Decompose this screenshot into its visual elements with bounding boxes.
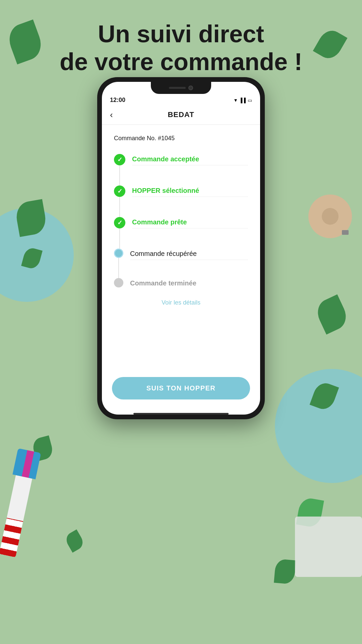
track-hopper-button[interactable]: SUIS TON HOPPER — [112, 377, 250, 399]
step-row: Commande récupérée — [114, 249, 248, 278]
app-title: BEDAT — [168, 110, 194, 119]
step-spacer — [130, 260, 248, 275]
phone-screen: 12:00 ▾ ▐▐ ▭ ‹ BEDAT Commande No. #1045 — [102, 82, 260, 415]
status-time: 12:00 — [110, 97, 125, 104]
header-line2: de votre commande ! — [60, 48, 302, 75]
notch-speaker — [169, 87, 186, 89]
step-label: HOPPER sélectionné — [132, 187, 248, 195]
status-steps: ✓ Commande acceptée — [114, 154, 248, 289]
step-row: ✓ HOPPER sélectionné — [114, 185, 248, 217]
phone-frame: 12:00 ▾ ▐▐ ▭ ‹ BEDAT Commande No. #1045 — [97, 77, 265, 419]
step-content: Commande récupérée — [130, 249, 248, 275]
step-icon-pending — [114, 278, 123, 287]
toothbrush-decoration — [0, 448, 41, 558]
signal-icon: ▐▐ — [239, 98, 246, 103]
step-spacer — [132, 165, 248, 181]
checkmark-icon: ✓ — [117, 219, 122, 226]
details-link-container: Voir les détails — [114, 289, 248, 313]
header-line1: Un suivi direct — [98, 20, 264, 47]
step-content: Commande acceptée — [132, 154, 248, 181]
step-label: Commande terminée — [130, 279, 248, 287]
step-indicator-1: ✓ — [114, 154, 125, 185]
phone-home-bar — [133, 413, 228, 415]
wifi-icon: ▾ — [234, 97, 237, 103]
step-connector — [119, 165, 120, 185]
back-button[interactable]: ‹ — [110, 110, 113, 120]
step-row: ✓ Commande prête — [114, 217, 248, 249]
step-icon-completed: ✓ — [114, 154, 125, 165]
step-indicator-4 — [114, 249, 123, 278]
checkmark-icon: ✓ — [117, 187, 122, 195]
page-header: Un suivi direct de votre commande ! — [0, 20, 362, 76]
battery-icon: ▭ — [248, 98, 252, 103]
step-label: Commande prête — [132, 218, 248, 226]
step-indicator-5 — [114, 278, 123, 287]
step-spacer — [132, 228, 248, 244]
step-icon-completed: ✓ — [114, 217, 125, 228]
step-connector — [118, 258, 119, 278]
leaf-decoration — [274, 559, 296, 585]
step-row: Commande terminée — [114, 278, 248, 289]
order-number: Commande No. #1045 — [114, 135, 248, 142]
step-content: Commande terminée — [130, 278, 248, 289]
bandage-decoration — [308, 195, 352, 245]
step-label: Commande récupérée — [130, 250, 248, 258]
details-link[interactable]: Voir les détails — [162, 299, 200, 306]
step-indicator-3: ✓ — [114, 217, 125, 249]
package-decoration — [295, 517, 362, 584]
app-header: ‹ BEDAT — [102, 105, 260, 125]
step-connector — [119, 228, 120, 249]
bottom-section: SUIS TON HOPPER — [102, 377, 260, 410]
notch-camera — [188, 86, 193, 90]
leaf-decoration — [313, 294, 351, 335]
step-spacer — [132, 197, 248, 212]
step-indicator-2: ✓ — [114, 185, 125, 217]
step-label: Commande acceptée — [132, 155, 248, 163]
step-row: ✓ Commande acceptée — [114, 154, 248, 185]
step-connector — [119, 197, 120, 217]
phone-notch — [151, 82, 211, 94]
checkmark-icon: ✓ — [117, 156, 122, 163]
leaf-decoration — [64, 529, 86, 552]
step-content: Commande prête — [132, 217, 248, 244]
status-icons: ▾ ▐▐ ▭ — [234, 97, 252, 103]
content-area: Commande No. #1045 ✓ — [102, 125, 260, 323]
step-icon-completed: ✓ — [114, 185, 125, 197]
step-icon-active — [114, 249, 123, 258]
step-content: HOPPER sélectionné — [132, 185, 248, 212]
